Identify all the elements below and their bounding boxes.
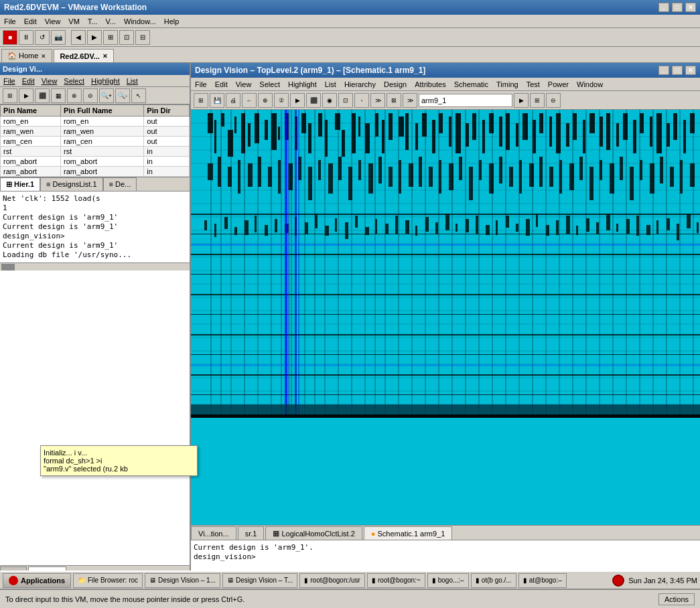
dv-tb-btn12[interactable]: ≫ <box>370 93 385 108</box>
title-bar-buttons[interactable]: _ □ ✕ <box>658 3 696 12</box>
dv-menu-file[interactable]: File <box>191 79 211 90</box>
menu-edit[interactable]: Edit <box>20 16 41 27</box>
dv-tb-btn4[interactable]: ← <box>242 93 257 108</box>
dv-menu-highlight[interactable]: Highlight <box>284 79 321 90</box>
dv-menu-hierarchy[interactable]: Hierarchy <box>340 79 380 90</box>
dv-menu-attributes[interactable]: Attributes <box>411 79 449 90</box>
taskbar-dv2[interactable]: 🖥 Design Vision – T... <box>222 573 297 588</box>
dv-tb-btn9[interactable]: ◉ <box>322 93 337 108</box>
tab-red26dv[interactable]: Red2.6DV... ✕ <box>54 49 114 62</box>
tb-btn4[interactable]: ⊡ <box>119 30 134 45</box>
pin-col-name[interactable]: Pin Name <box>1 105 61 117</box>
schematic-area[interactable] <box>191 110 700 525</box>
sb-actions-label[interactable]: Actions <box>658 593 695 605</box>
taskbar-term4[interactable]: ▮ ot(b go./... <box>471 573 516 588</box>
menu-help[interactable]: Help <box>160 16 184 27</box>
dv-menu-window[interactable]: Window <box>573 79 607 90</box>
dv-menu-timing[interactable]: Timing <box>492 79 522 90</box>
dv-tb-btn1[interactable]: ⊞ <box>194 93 208 108</box>
dv-tb-btn8[interactable]: ⬛ <box>306 93 321 108</box>
minimize-button[interactable]: _ <box>658 3 669 12</box>
dv-zoom-out2[interactable]: ⊖ <box>546 93 561 108</box>
h-scrollbar-thumb[interactable] <box>1 264 15 271</box>
tb-btn1[interactable]: ◀ <box>71 30 86 45</box>
tab-de[interactable]: ≡ De... <box>103 177 137 191</box>
h-scrollbar[interactable] <box>0 262 190 271</box>
taskbar-term5[interactable]: ▮ at@bogo:– <box>518 573 567 588</box>
dv-menu-design[interactable]: Design <box>380 79 411 90</box>
tb-btn5[interactable]: ⊟ <box>135 30 150 45</box>
left-tb-btn5[interactable]: ⊕ <box>67 88 82 103</box>
dv-menu-power[interactable]: Power <box>544 79 573 90</box>
menu-file[interactable]: File <box>0 16 20 27</box>
menu-v[interactable]: V... <box>102 16 121 27</box>
dv-minimize[interactable]: _ <box>658 66 669 75</box>
dv-tab-schematic[interactable]: ● Schematic.1 arm9_1 <box>364 526 453 540</box>
taskbar-term1[interactable]: ▮ root@bogon:/usr <box>299 573 365 588</box>
dv-search-go[interactable]: ▶ <box>514 93 529 108</box>
dv-tb-btn13[interactable]: ⊠ <box>387 93 401 108</box>
left-tb-cursor[interactable]: ↖ <box>131 88 146 103</box>
menu-window[interactable]: Window... <box>120 16 160 27</box>
menu-vm[interactable]: VM <box>64 16 84 27</box>
dv-tb-btn3[interactable]: 🖨 <box>226 93 240 108</box>
left-menu-highlight[interactable]: Highlight <box>88 76 123 86</box>
menu-t[interactable]: T... <box>84 16 102 27</box>
left-menu-view[interactable]: View <box>38 76 61 86</box>
tb-snap-btn[interactable]: 📷 <box>51 30 66 45</box>
dv-tb-btn2[interactable]: 💾 <box>210 93 224 108</box>
dv-tb-btn7[interactable]: ▶ <box>290 93 305 108</box>
svg-rect-65 <box>228 130 233 157</box>
maximize-button[interactable]: □ <box>672 3 683 12</box>
left-menu-list[interactable]: List <box>123 76 141 86</box>
tab-home-close[interactable]: ✕ <box>41 53 46 60</box>
dv-menu-edit[interactable]: Edit <box>211 79 232 90</box>
dv-maximize[interactable]: □ <box>672 66 683 75</box>
taskbar-filebrowser[interactable]: 📁 File Browser: roc <box>73 573 143 588</box>
tab-designslist1[interactable]: ≡ DesignsList.1 <box>40 177 103 191</box>
left-menu-edit[interactable]: Edit <box>19 76 38 86</box>
left-tb-zoom-in[interactable]: 🔍+ <box>99 88 114 103</box>
left-menu-select[interactable]: Select <box>60 76 88 86</box>
left-tb-btn4[interactable]: ▦ <box>51 88 66 103</box>
taskbar-term3[interactable]: ▮ bogo...:– <box>427 573 469 588</box>
dv-menu-select[interactable]: Select <box>255 79 284 90</box>
dv-search-input[interactable] <box>419 94 512 107</box>
pin-col-dir[interactable]: Pin Dir <box>144 105 190 117</box>
dv-close[interactable]: ✕ <box>685 66 696 75</box>
tb-reset-btn[interactable]: ↺ <box>35 30 50 45</box>
left-tb-btn6[interactable]: ⊖ <box>83 88 98 103</box>
taskbar-dv1[interactable]: 🖥 Design Vision – 1... <box>145 573 220 588</box>
left-tb-btn2[interactable]: ▶ <box>19 88 33 103</box>
dv-tab-sr1[interactable]: sr.1 <box>238 526 265 540</box>
dv-title-buttons[interactable]: _ □ ✕ <box>658 66 696 75</box>
dv-tb-btn5[interactable]: ⊕ <box>258 93 273 108</box>
dv-menu-view[interactable]: View <box>232 79 256 90</box>
tab-hier1[interactable]: ⊞ Hier.1 <box>0 177 40 191</box>
taskbar-term2[interactable]: ▮ root@bogon:~ <box>367 573 425 588</box>
dv-menu-list[interactable]: List <box>321 79 340 90</box>
dv-zoom-fit[interactable]: ⊞ <box>530 93 545 108</box>
dv-menu-schematic[interactable]: Schematic <box>450 79 492 90</box>
start-button[interactable]: Applications <box>3 573 71 588</box>
dv-tb-btn14[interactable]: ≫ <box>403 93 417 108</box>
left-tb-zoom-out[interactable]: 🔍- <box>115 88 130 103</box>
dv-tb-btn10[interactable]: ⊡ <box>338 93 353 108</box>
close-button[interactable]: ✕ <box>685 3 696 12</box>
tab-red26dv-close[interactable]: ✕ <box>102 53 108 60</box>
tb-pause-btn[interactable]: ⏸ <box>19 30 33 45</box>
left-tb-btn3[interactable]: ⬛ <box>35 88 50 103</box>
left-menu-file[interactable]: File <box>0 76 19 86</box>
tb-power-btn[interactable]: ■ <box>3 30 17 45</box>
dv-menu-test[interactable]: Test <box>522 79 544 90</box>
dv-tab-logical[interactable]: ▦ LogicalHomoClctList.2 <box>265 526 362 540</box>
menu-view[interactable]: View <box>41 16 65 27</box>
pin-col-fullname[interactable]: Pin Full Name <box>60 105 143 117</box>
tab-home[interactable]: 🏠 Home ✕ <box>1 49 52 62</box>
dv-tb-btn11[interactable]: ◦ <box>354 93 369 108</box>
dv-tab-vition[interactable]: Vi...tion... <box>191 526 236 540</box>
dv-tb-btn6[interactable]: ② <box>274 93 289 108</box>
tb-btn2[interactable]: ▶ <box>87 30 102 45</box>
left-tb-btn1[interactable]: ⊞ <box>3 88 17 103</box>
tb-btn3[interactable]: ⊞ <box>103 30 118 45</box>
